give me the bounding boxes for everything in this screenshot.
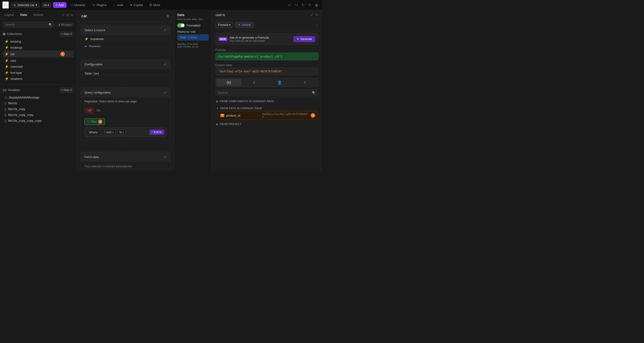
star-icon: ✦	[297, 38, 299, 41]
collection-bookings[interactable]: ⚡ bookings	[3, 44, 74, 50]
query-config-header: Query configuration ✓	[81, 88, 170, 98]
arrow-down-3: ↓	[77, 143, 174, 149]
lightning-icon: ⚡	[5, 71, 8, 74]
redo-button[interactable]: ↪	[294, 2, 299, 8]
filter-badge-button[interactable]: ▽ Filter 2	[84, 118, 105, 125]
variable-fileUrls-copy-copy-copy[interactable]: [] fileUrls_copy_copy_copy	[3, 118, 74, 124]
variables-header: {x} Variables + New ▾	[3, 88, 74, 92]
variable-fileUrls[interactable]: [] fileUrls	[3, 100, 74, 106]
libraries-button[interactable]: □ Libraries	[68, 2, 88, 8]
formatted-switch[interactable]	[177, 23, 185, 28]
database-icon: ▦	[3, 32, 5, 36]
search-input[interactable]	[5, 23, 47, 26]
collection-locations[interactable]: ⚡ locations	[3, 76, 74, 82]
variable-fileUrls-copy-copy[interactable]: [] fileUrls_copy_copy	[3, 112, 74, 118]
collapse-icon[interactable]: ≪	[70, 13, 74, 17]
collections-title: ▦ Collections	[3, 32, 22, 36]
data-panel-title: Data	[177, 13, 209, 17]
auth-button[interactable]: ♢ Auth	[111, 2, 126, 8]
where-label: Where	[87, 130, 100, 135]
check-icon: ✓	[164, 90, 166, 95]
chevron-right-icon: ▶	[216, 100, 218, 102]
variable-displayMobileMessage[interactable]: ⊙ displayMobileMessage	[3, 94, 74, 100]
collection-chevrolet[interactable]: ⚡ chevrolet	[3, 64, 74, 70]
formula-tree: ▶ FROM COMPONENTS IN CURRENT PAGE ▼ FROM…	[212, 98, 322, 172]
variables-new-button[interactable]: + New ▾	[59, 88, 74, 92]
tree-item-product-id[interactable]: T product_id 6afcf9a1-e71e-45e7-ad33-0b7…	[217, 111, 318, 120]
formula-panel-title: uuid Is	[216, 13, 225, 17]
delete-button[interactable]: 🗑	[166, 14, 170, 18]
variable-icon: {x}	[3, 88, 6, 92]
close-icon[interactable]: ✕	[315, 12, 318, 17]
pagination-toggle: Off On	[84, 108, 104, 113]
app-selector[interactable]: ⊕ Selected car ▾	[11, 2, 40, 8]
plugins-button[interactable]: ⌥ Plugins	[90, 2, 109, 8]
source-dynamic[interactable]: ◈ Dynamic	[81, 42, 170, 47]
pagination-row: Pagination: Select items to show per pag…	[81, 98, 170, 106]
variable-fileUrls-copy[interactable]: [] fileUrls_copy	[3, 106, 74, 112]
all-pages-filter[interactable]: ● All pages	[56, 22, 74, 27]
split-icon[interactable]: ⊞	[66, 13, 69, 17]
expand-icon[interactable]: ⤢	[310, 12, 314, 17]
chevron-right-icon: ▶	[216, 123, 218, 126]
add-button[interactable]: + Add	[53, 2, 66, 8]
tab-layout[interactable]: Layout	[3, 12, 16, 18]
tab-function[interactable]: f	[292, 79, 317, 86]
tab-variables[interactable]: {x}	[216, 79, 241, 86]
tab-user[interactable]: 👤	[267, 79, 292, 86]
more-button[interactable]: ☰ More	[147, 2, 163, 8]
unbind-button[interactable]: ✦ Unbind	[235, 22, 254, 28]
generate-button[interactable]: ✦ Generate	[294, 36, 315, 42]
source-supabase[interactable]: ⚡ Supabase	[81, 35, 170, 42]
language-selector[interactable]: en ▾	[42, 2, 51, 8]
lightning-icon: ⚡	[5, 65, 8, 68]
tab-actions[interactable]: Actions	[32, 12, 45, 18]
collections-new-button[interactable]: + New ▾	[59, 32, 74, 36]
edit-formula-button[interactable]: f Edit fo	[149, 130, 164, 135]
total-items-button[interactable]: Total : 1 items	[177, 34, 209, 40]
condition-selector[interactable]: Is ▾	[118, 130, 126, 135]
copilot-button[interactable]: ✦ Copilot	[128, 2, 145, 8]
edit-button[interactable]: ✎	[307, 2, 313, 8]
variables-title: {x} Variables	[3, 88, 20, 92]
collection-booking[interactable]: ⚡ booking	[3, 38, 74, 44]
settings-icon[interactable]: ⊙	[62, 13, 65, 17]
formula-tabs: {x} ≡ 👤 f	[216, 78, 318, 87]
collection-more-button[interactable]: ⋮	[67, 52, 72, 56]
tab-data[interactable]: Data	[18, 12, 28, 18]
arrow-down: ↓	[77, 50, 174, 56]
tree-section-path-header[interactable]: ▼ FROM PATH IN CURRENT PAGE	[216, 106, 318, 111]
collection-fuel-type[interactable]: ⚡ fuel type	[3, 70, 74, 76]
main-layout: Layout Data Actions ⊙ ⊞ ≪ 🔍 ● All pages	[0, 10, 322, 172]
pagination-off-button[interactable]: Off	[85, 108, 94, 113]
formula-search-input[interactable]	[218, 91, 310, 94]
formula-source-selector[interactable]: Formula ▾	[216, 22, 233, 28]
refresh-button[interactable]: ↻	[300, 2, 306, 8]
collections-header: ▦ Collections + New ▾	[3, 32, 74, 36]
lightning-icon: ⚡	[5, 59, 8, 62]
circle-icon: ●	[59, 23, 60, 26]
configuration-title: Configuration	[84, 62, 102, 66]
formula-input[interactable]: CurrentPageParameters['product_id']	[216, 52, 318, 60]
collection-car[interactable]: ⚡ car 1 ⋮	[3, 50, 74, 58]
tree-section-project-header[interactable]: ▶ FROM PROJECT	[216, 121, 318, 127]
tab-data[interactable]: ≡	[242, 79, 267, 86]
query-config-section: Query configuration ✓ Pagination: Select…	[80, 87, 170, 140]
collection-cars[interactable]: ⚡ cars	[3, 58, 74, 64]
auth-icon: ♢	[113, 3, 116, 7]
current-value-box: "6afcf9a1-e71e-45e7-ad33-0b707bfb9b34"	[216, 68, 318, 75]
arrow-down-2: ↓	[77, 78, 174, 84]
chevron-down-icon: ▾	[70, 88, 72, 92]
tree-section-components-header[interactable]: ▶ FROM COMPONENTS IN CURRENT PAGE	[216, 98, 318, 104]
topbar: ⋯ ⊕ Selected car ▾ en ▾ + Add □ Librarie…	[0, 0, 322, 10]
display-by: Display by: uuid	[177, 30, 209, 33]
preview-button[interactable]: ◉	[314, 2, 320, 8]
more-button[interactable]: ⋮	[315, 23, 318, 27]
undo-button[interactable]: ↩	[287, 2, 292, 8]
menu-dots-button[interactable]: ⋯	[2, 2, 9, 8]
formatted-label: Formatted	[186, 24, 200, 27]
chevron-down-icon: ▾	[70, 32, 72, 36]
field-selector[interactable]: T uuid ▾	[102, 130, 116, 135]
pagination-on-button[interactable]: On	[94, 108, 103, 113]
formula-panel-header: uuid Is ⤢ ✕	[212, 10, 322, 20]
